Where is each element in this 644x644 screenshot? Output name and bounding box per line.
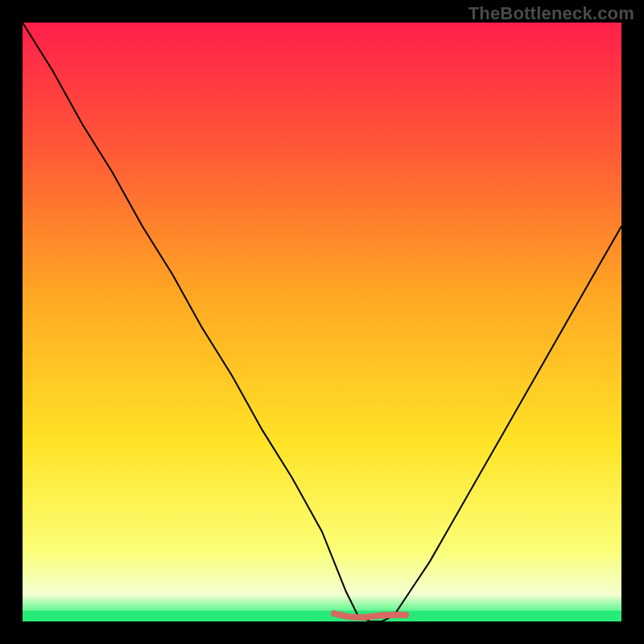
bottleneck-chart-svg [0, 0, 644, 644]
chart-canvas: TheBottleneck.com [0, 0, 644, 644]
chart-bottom-stripe [23, 611, 621, 621]
bottleneck-minimum-highlight [334, 613, 406, 617]
